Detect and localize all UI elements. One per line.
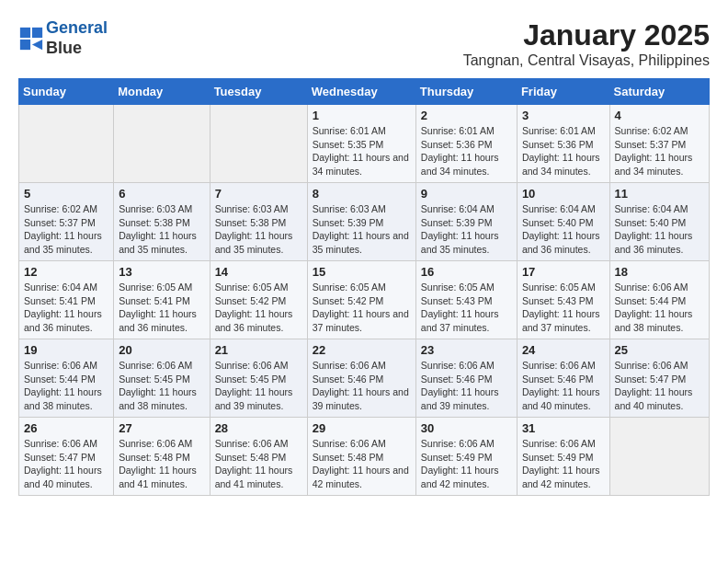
day-number: 1: [313, 109, 411, 122]
day-detail: Sunrise: 6:06 AMSunset: 5:44 PMDaylight:…: [615, 281, 704, 335]
calendar-cell: 21Sunrise: 6:06 AMSunset: 5:45 PMDayligh…: [210, 339, 307, 418]
day-number: 22: [313, 343, 411, 357]
day-number: 27: [119, 421, 204, 435]
day-number: 9: [421, 187, 512, 201]
day-detail: Sunrise: 6:06 AMSunset: 5:49 PMDaylight:…: [522, 437, 605, 491]
day-detail: Sunrise: 6:05 AMSunset: 5:42 PMDaylight:…: [215, 281, 302, 335]
calendar-cell: 6Sunrise: 6:03 AMSunset: 5:38 PMDaylight…: [114, 183, 210, 261]
calendar-cell: 5Sunrise: 6:02 AMSunset: 5:37 PMDaylight…: [19, 183, 114, 261]
calendar-cell: 28Sunrise: 6:06 AMSunset: 5:48 PMDayligh…: [210, 418, 307, 496]
weekday-header-tuesday: Tuesday: [210, 79, 307, 105]
week-row-2: 5Sunrise: 6:02 AMSunset: 5:37 PMDaylight…: [19, 183, 710, 261]
day-number: 28: [215, 421, 302, 435]
calendar-cell: [210, 105, 307, 183]
day-detail: Sunrise: 6:01 AMSunset: 5:36 PMDaylight:…: [522, 124, 605, 178]
week-row-1: 1Sunrise: 6:01 AMSunset: 5:35 PMDaylight…: [19, 105, 710, 183]
day-number: 13: [119, 265, 204, 279]
location-title: Tangnan, Central Visayas, Philippines: [463, 52, 710, 69]
calendar-cell: [114, 105, 210, 183]
day-detail: Sunrise: 6:05 AMSunset: 5:42 PMDaylight:…: [313, 281, 411, 335]
day-number: 3: [522, 109, 605, 122]
day-detail: Sunrise: 6:06 AMSunset: 5:45 PMDaylight:…: [119, 359, 204, 413]
calendar-cell: 15Sunrise: 6:05 AMSunset: 5:42 PMDayligh…: [307, 261, 415, 339]
calendar-table: SundayMondayTuesdayWednesdayThursdayFrid…: [18, 78, 710, 496]
calendar-cell: 30Sunrise: 6:06 AMSunset: 5:49 PMDayligh…: [415, 418, 517, 496]
calendar-cell: 29Sunrise: 6:06 AMSunset: 5:48 PMDayligh…: [307, 418, 415, 496]
day-detail: Sunrise: 6:02 AMSunset: 5:37 PMDaylight:…: [24, 202, 108, 257]
calendar-cell: 9Sunrise: 6:04 AMSunset: 5:39 PMDaylight…: [415, 183, 517, 261]
day-detail: Sunrise: 6:06 AMSunset: 5:47 PMDaylight:…: [24, 437, 108, 491]
weekday-header-thursday: Thursday: [415, 79, 517, 105]
calendar-cell: 1Sunrise: 6:01 AMSunset: 5:35 PMDaylight…: [307, 105, 415, 183]
logo-text: General Blue: [46, 18, 108, 58]
weekday-header-monday: Monday: [114, 79, 210, 105]
calendar-cell: 8Sunrise: 6:03 AMSunset: 5:39 PMDaylight…: [307, 183, 415, 261]
day-number: 8: [313, 187, 411, 201]
logo-line1: General: [46, 18, 108, 37]
day-number: 18: [615, 265, 704, 279]
day-detail: Sunrise: 6:06 AMSunset: 5:49 PMDaylight:…: [421, 437, 512, 491]
calendar-cell: 18Sunrise: 6:06 AMSunset: 5:44 PMDayligh…: [609, 261, 709, 339]
day-detail: Sunrise: 6:04 AMSunset: 5:41 PMDaylight:…: [24, 281, 108, 335]
calendar-cell: 4Sunrise: 6:02 AMSunset: 5:37 PMDaylight…: [609, 105, 709, 183]
day-number: 25: [615, 343, 704, 357]
week-row-5: 26Sunrise: 6:06 AMSunset: 5:47 PMDayligh…: [19, 418, 710, 496]
week-row-4: 19Sunrise: 6:06 AMSunset: 5:44 PMDayligh…: [19, 339, 710, 418]
day-number: 15: [313, 265, 411, 279]
day-detail: Sunrise: 6:05 AMSunset: 5:43 PMDaylight:…: [421, 281, 512, 335]
day-detail: Sunrise: 6:06 AMSunset: 5:44 PMDaylight:…: [24, 359, 108, 413]
weekday-header-row: SundayMondayTuesdayWednesdayThursdayFrid…: [19, 79, 710, 105]
calendar-cell: 16Sunrise: 6:05 AMSunset: 5:43 PMDayligh…: [415, 261, 517, 339]
day-detail: Sunrise: 6:06 AMSunset: 5:48 PMDaylight:…: [215, 437, 302, 491]
day-detail: Sunrise: 6:02 AMSunset: 5:37 PMDaylight:…: [615, 124, 704, 178]
calendar-cell: 19Sunrise: 6:06 AMSunset: 5:44 PMDayligh…: [19, 339, 114, 418]
calendar-cell: 17Sunrise: 6:05 AMSunset: 5:43 PMDayligh…: [517, 261, 609, 339]
weekday-header-saturday: Saturday: [609, 79, 709, 105]
day-detail: Sunrise: 6:06 AMSunset: 5:48 PMDaylight:…: [313, 437, 411, 491]
calendar-cell: 31Sunrise: 6:06 AMSunset: 5:49 PMDayligh…: [517, 418, 609, 496]
day-number: 7: [215, 187, 302, 201]
day-number: 2: [421, 109, 512, 122]
week-row-3: 12Sunrise: 6:04 AMSunset: 5:41 PMDayligh…: [19, 261, 710, 339]
calendar-body: 1Sunrise: 6:01 AMSunset: 5:35 PMDaylight…: [19, 105, 710, 496]
weekday-header-sunday: Sunday: [19, 79, 114, 105]
calendar-cell: 3Sunrise: 6:01 AMSunset: 5:36 PMDaylight…: [517, 105, 609, 183]
calendar-cell: 7Sunrise: 6:03 AMSunset: 5:38 PMDaylight…: [210, 183, 307, 261]
calendar-cell: 2Sunrise: 6:01 AMSunset: 5:36 PMDaylight…: [415, 105, 517, 183]
svg-rect-1: [32, 27, 42, 37]
svg-marker-3: [32, 40, 42, 50]
title-block: January 2025 Tangnan, Central Visayas, P…: [463, 18, 710, 69]
calendar-cell: 25Sunrise: 6:06 AMSunset: 5:47 PMDayligh…: [609, 339, 709, 418]
day-number: 21: [215, 343, 302, 357]
day-number: 24: [522, 343, 605, 357]
day-number: 23: [421, 343, 512, 357]
svg-rect-2: [20, 40, 30, 50]
day-detail: Sunrise: 6:06 AMSunset: 5:46 PMDaylight:…: [313, 359, 411, 413]
page-header: General Blue January 2025 Tangnan, Centr…: [18, 18, 710, 69]
calendar-cell: [609, 418, 709, 496]
day-detail: Sunrise: 6:06 AMSunset: 5:45 PMDaylight:…: [215, 359, 302, 413]
day-detail: Sunrise: 6:06 AMSunset: 5:47 PMDaylight:…: [615, 359, 704, 413]
calendar-cell: 27Sunrise: 6:06 AMSunset: 5:48 PMDayligh…: [114, 418, 210, 496]
day-number: 29: [313, 421, 411, 435]
day-number: 11: [615, 187, 704, 201]
day-number: 19: [24, 343, 108, 357]
day-number: 17: [522, 265, 605, 279]
svg-rect-0: [20, 27, 30, 37]
day-detail: Sunrise: 6:05 AMSunset: 5:43 PMDaylight:…: [522, 281, 605, 335]
day-number: 14: [215, 265, 302, 279]
calendar-cell: 13Sunrise: 6:05 AMSunset: 5:41 PMDayligh…: [114, 261, 210, 339]
day-detail: Sunrise: 6:04 AMSunset: 5:39 PMDaylight:…: [421, 202, 512, 257]
logo-icon: [18, 26, 44, 52]
logo-line2: Blue: [46, 39, 108, 59]
calendar-cell: 23Sunrise: 6:06 AMSunset: 5:46 PMDayligh…: [415, 339, 517, 418]
day-detail: Sunrise: 6:01 AMSunset: 5:35 PMDaylight:…: [313, 124, 411, 178]
day-detail: Sunrise: 6:05 AMSunset: 5:41 PMDaylight:…: [119, 281, 204, 335]
day-number: 30: [421, 421, 512, 435]
day-detail: Sunrise: 6:04 AMSunset: 5:40 PMDaylight:…: [522, 202, 605, 257]
calendar-cell: 20Sunrise: 6:06 AMSunset: 5:45 PMDayligh…: [114, 339, 210, 418]
day-number: 5: [24, 187, 108, 201]
calendar-header: SundayMondayTuesdayWednesdayThursdayFrid…: [19, 79, 710, 105]
day-number: 20: [119, 343, 204, 357]
day-number: 12: [24, 265, 108, 279]
